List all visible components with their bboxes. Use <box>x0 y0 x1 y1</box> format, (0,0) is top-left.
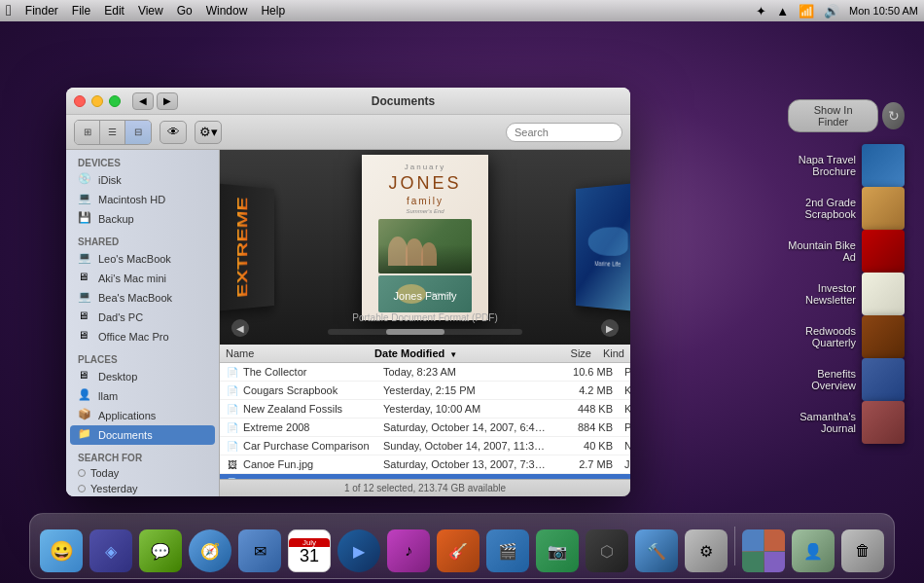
sidebar-item-documents[interactable]: 📁 Documents <box>70 425 215 445</box>
sidebar-item-llam[interactable]: 👤 llam <box>70 386 215 406</box>
sidebar-item-backup[interactable]: 💾 Backup <box>70 209 215 229</box>
marine-text: Marine Life <box>594 259 621 268</box>
col-header-kind[interactable]: Kind <box>597 346 630 360</box>
col-header-size[interactable]: Size <box>533 346 597 360</box>
stack-item-1[interactable]: 2nd Grade Scrapbook <box>788 187 905 230</box>
sidebar-item-idisk[interactable]: 💿 iDisk <box>70 170 215 190</box>
sidebar-item-desktop[interactable]: 🖥 Desktop <box>70 367 215 386</box>
sidebar-item-office[interactable]: 🖥 Office Mac Pro <box>70 327 215 346</box>
stack-item-0[interactable]: Napa Travel Brochure <box>788 144 905 187</box>
aperture-icon: ⬡ <box>586 529 628 572</box>
cf-right-button[interactable]: ▶ <box>601 319 619 337</box>
file-row-2[interactable]: 📄 New Zealand Fossils Yesterday, 10:00 A… <box>220 400 630 419</box>
dock-item-itunes[interactable]: ♪ <box>385 528 432 574</box>
forward-action-button[interactable]: ↻ <box>882 102 905 129</box>
menubar-window[interactable]: Window <box>206 4 248 18</box>
desktop-icon: 🖥 <box>78 369 93 384</box>
cf-scrollbar[interactable] <box>328 329 522 335</box>
dock-item-xcode[interactable]: 🔨 <box>633 528 680 574</box>
dock-item-trash[interactable]: 🗑 <box>839 528 886 574</box>
sidebar-item-leos[interactable]: 💻 Leo's MacBook <box>70 249 215 269</box>
menubar-edit[interactable]: Edit <box>104 4 124 18</box>
sidebar-item-bea[interactable]: 💻 Bea's MacBook <box>70 288 215 308</box>
wifi-icon[interactable]: ▲ <box>776 4 789 18</box>
dock-item-aperture[interactable]: ⬡ <box>584 528 630 574</box>
search-input[interactable] <box>506 123 622 142</box>
file-row-1[interactable]: 📄 Cougars Scrapbook Yesterday, 2:15 PM 4… <box>220 382 630 400</box>
window-title: Documents <box>184 94 622 108</box>
cell-date-3: Saturday, October 14, 2007, 6:48 PM <box>377 420 551 434</box>
action-button[interactable]: ⚙▾ <box>195 121 222 144</box>
dock-item-quicktime[interactable]: ▶ <box>336 528 382 574</box>
macbook-icon: 💻 <box>78 251 93 267</box>
eye-button[interactable]: 👁 <box>160 121 187 144</box>
col-header-date[interactable]: Date Modified ▼ <box>369 346 533 360</box>
stack-item-6[interactable]: Samantha's Journal <box>788 401 905 444</box>
window-content: DEVICES 💿 iDisk 💻 Macintosh HD 💾 Backup <box>66 150 630 496</box>
dock-item-mail[interactable]: ✉ <box>236 528 283 574</box>
volume-icon[interactable]: 🔊 <box>824 4 839 18</box>
stacks-icon <box>742 529 785 572</box>
cell-kind-2: Keynote Document <box>619 402 630 416</box>
menubar-file[interactable]: File <box>72 4 90 18</box>
back-button[interactable]: ◀ <box>132 92 154 110</box>
dock-item-ichat[interactable]: 💬 <box>137 528 184 574</box>
stack-label-6: Samantha's Journal <box>788 411 856 434</box>
stack-label-2: Mountain Bike Ad <box>788 239 856 263</box>
stack-item-3[interactable]: Investor Newsletter <box>788 273 905 315</box>
apple-menu[interactable]:  <box>6 2 12 19</box>
cf-left-button[interactable]: ◀ <box>231 319 249 337</box>
cell-size-5: 2.7 MB <box>551 457 619 471</box>
menubar-go[interactable]: Go <box>177 4 193 18</box>
file-row-4[interactable]: 📄 Car Purchase Comparison Sunday, Octobe… <box>220 437 630 455</box>
file-row-3[interactable]: 📄 Extreme 2008 Saturday, October 14, 200… <box>220 419 630 437</box>
sidebar-item-applications[interactable]: 📦 Applications <box>70 406 215 425</box>
dashboard-icon: ◈ <box>89 529 132 572</box>
dock-item-users[interactable]: 👤 <box>790 528 836 574</box>
sidebar-search-today[interactable]: Today <box>70 465 215 481</box>
cover-flow[interactable]: 2008 EXTREME January <box>220 150 630 345</box>
coverflow-view-button[interactable]: ⊟ <box>125 121 151 144</box>
sidebar-search-yesterday[interactable]: Yesterday <box>70 481 215 496</box>
title-bar: ◀ ▶ Documents <box>66 88 630 115</box>
col-header-name[interactable]: Name <box>220 346 369 360</box>
list-view: Name Date Modified ▼ Size Kind 📄 The Col… <box>220 345 630 479</box>
file-icon-1: 📄 <box>226 383 239 397</box>
maximize-button[interactable] <box>109 95 121 107</box>
dock-item-ical[interactable]: July 31 <box>286 528 333 574</box>
stack-item-5[interactable]: Benefits Overview <box>788 358 905 401</box>
dock-item-finder[interactable]: 😀 <box>38 528 85 574</box>
sidebar-item-macintosh-hd[interactable]: 💻 Macintosh HD <box>70 190 215 209</box>
menubar-finder[interactable]: Finder <box>25 4 58 18</box>
cell-kind-3: Portable Document Format (PDF) <box>619 420 630 434</box>
menubar-help[interactable]: Help <box>261 4 285 18</box>
show-in-finder-button[interactable]: Show In Finder <box>788 99 878 132</box>
list-view-button[interactable]: ☰ <box>100 121 125 144</box>
dock-item-stacks[interactable] <box>740 528 787 574</box>
dock-item-garageband[interactable]: 🎸 <box>435 528 481 574</box>
safari-icon: 🧭 <box>189 529 231 572</box>
cf-caption-sub: Portable Document Format (PDF) <box>220 312 630 323</box>
icon-view-button[interactable]: ⊞ <box>75 121 100 144</box>
stack-item-2[interactable]: Mountain Bike Ad <box>788 230 905 273</box>
stack-item-4[interactable]: Redwoods Quarterly <box>788 315 905 358</box>
sidebar-item-dad[interactable]: 🖥 Dad's PC <box>70 308 215 327</box>
dock-item-sysprefs[interactable]: ⚙ <box>683 528 729 574</box>
stack-label-1: 2nd Grade Scrapbook <box>788 197 856 220</box>
bluetooth-icon[interactable]: ✦ <box>756 4 766 18</box>
file-row-5[interactable]: 🖼 Canoe Fun.jpg Saturday, October 13, 20… <box>220 455 630 474</box>
dock-item-iphoto[interactable]: 📷 <box>534 528 581 574</box>
sidebar-item-aki[interactable]: 🖥 Aki's Mac mini <box>70 269 215 288</box>
jones-title: JoNES <box>388 173 461 194</box>
cell-size-0: 10.6 MB <box>551 365 619 379</box>
dock-item-safari[interactable]: 🧭 <box>187 528 233 574</box>
menubar-view[interactable]: View <box>138 4 163 18</box>
dock-item-imovie[interactable]: 🎬 <box>484 528 531 574</box>
dock-item-dashboard[interactable]: ◈ <box>88 528 134 574</box>
close-button[interactable] <box>74 95 86 107</box>
minimize-button[interactable] <box>91 95 103 107</box>
file-row-0[interactable]: 📄 The Collector Today, 8:23 AM 10.6 MB P… <box>220 363 630 382</box>
forward-button[interactable]: ▶ <box>157 92 178 110</box>
airport-icon[interactable]: 📶 <box>799 4 814 18</box>
stack-thumb-2 <box>862 230 905 273</box>
